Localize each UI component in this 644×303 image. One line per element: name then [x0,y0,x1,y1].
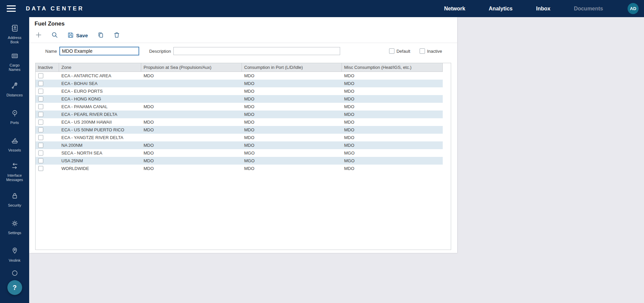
sidebar-item-label: Settings [4,231,25,235]
nav-item-network[interactable]: Network [432,6,477,12]
column-header-zone[interactable]: Zone [59,63,141,72]
column-header-consumption-in-port[interactable]: Consumption in Port (L/D/Idle) [242,63,342,72]
sidebar-item-ports[interactable]: Ports [0,103,29,131]
row-inactive-checkbox[interactable] [38,112,43,117]
table-row[interactable]: ECA - YANGTZE RIVER DELTA MDO MDO [36,134,443,141]
sidebar-item-partial[interactable] [0,268,29,280]
misc-fuel-cell[interactable]: MDO [342,95,443,103]
port-fuel-cell[interactable]: MGO [242,149,342,157]
sea-fuel-cell[interactable]: MDO [141,149,242,157]
nav-item-inbox[interactable]: Inbox [524,6,562,12]
save-button[interactable]: Save [67,32,88,39]
row-inactive-checkbox[interactable] [38,158,43,163]
user-avatar[interactable]: AD [628,3,639,14]
row-inactive-checkbox[interactable] [38,96,43,101]
sea-fuel-cell[interactable]: MDO [141,103,242,111]
delete-button[interactable] [113,32,120,39]
table-row[interactable]: ECA - US 200NM HAWAII MDO MDO MDO [36,118,443,126]
table-row[interactable]: SECA - NORTH SEA MDO MGO MGO [36,149,443,157]
inactive-checkbox[interactable] [420,48,425,54]
port-fuel-cell[interactable]: MDO [242,72,342,80]
save-icon [67,32,74,39]
sea-fuel-cell[interactable]: MDO [141,157,242,165]
misc-fuel-cell[interactable]: MDO [342,118,443,126]
table-row[interactable]: ECA - US 50NM PUERTO RICO MDO MDO MDO [36,126,443,134]
misc-fuel-cell[interactable]: MDO [342,111,443,118]
row-inactive-checkbox[interactable] [38,89,43,94]
copy-button[interactable] [97,32,104,39]
row-inactive-checkbox[interactable] [38,135,43,140]
misc-fuel-cell[interactable]: MDO [342,126,443,134]
misc-fuel-cell[interactable]: MDO [342,103,443,111]
port-fuel-cell[interactable]: MDO [242,134,342,141]
sidebar-item-address-book[interactable]: Address Book [0,20,29,48]
table-row[interactable]: ECA - ANTARCTIC AREA MDO MDO MDO [36,72,443,80]
description-input[interactable] [173,47,340,55]
help-button[interactable]: ? [7,280,22,295]
sidebar-item-veslink[interactable]: Veslink [0,241,29,268]
row-inactive-checkbox[interactable] [38,104,43,109]
search-button[interactable] [51,32,58,39]
sidebar-item-cargo-names[interactable]: Cargo Names [0,48,29,76]
menu-icon[interactable] [7,5,16,12]
sidebar-item-security[interactable]: Security [0,186,29,213]
table-row[interactable]: NA 200NM MDO MDO MDO [36,141,443,149]
port-fuel-cell[interactable]: MDO [242,103,342,111]
sidebar-item-distances[interactable]: Distances [0,76,29,103]
misc-fuel-cell[interactable]: MGO [342,157,443,165]
misc-fuel-cell[interactable]: MDO [342,165,443,172]
misc-fuel-cell[interactable]: MDO [342,72,443,80]
port-fuel-cell[interactable]: MDO [242,165,342,172]
row-inactive-checkbox[interactable] [38,73,43,78]
misc-fuel-cell[interactable]: MGO [342,149,443,157]
sea-fuel-cell[interactable] [141,95,242,103]
port-fuel-cell[interactable]: MDO [242,80,342,87]
port-fuel-cell[interactable]: MDO [242,141,342,149]
sea-fuel-cell[interactable]: MDO [141,126,242,134]
row-inactive-checkbox[interactable] [38,166,43,171]
column-header-propulsion-at-sea[interactable]: Propulsion at Sea (Propulsion/Aux) [141,63,242,72]
sea-fuel-cell[interactable]: MDO [141,165,242,172]
sea-fuel-cell[interactable] [141,87,242,95]
sea-fuel-cell[interactable] [141,111,242,118]
port-fuel-cell[interactable]: MDO [242,118,342,126]
misc-fuel-cell[interactable]: MDO [342,87,443,95]
port-fuel-cell[interactable]: MDO [242,126,342,134]
table-row[interactable]: ECA - HONG KONG MDO MDO [36,95,443,103]
row-inactive-checkbox[interactable] [38,143,43,148]
row-inactive-checkbox[interactable] [38,127,43,132]
sea-fuel-cell[interactable]: MDO [141,72,242,80]
port-fuel-cell[interactable]: MDO [242,95,342,103]
default-checkbox[interactable] [389,48,394,54]
misc-fuel-cell[interactable]: MDO [342,80,443,87]
row-inactive-checkbox[interactable] [38,150,43,156]
table-row[interactable]: ECA - PANAMA CANAL MDO MDO MDO [36,103,443,111]
nav-item-analytics[interactable]: Analytics [477,6,524,12]
table-row[interactable]: ECA - PEARL RIVER DELTA MDO MDO [36,111,443,118]
port-fuel-cell[interactable]: MDO [242,111,342,118]
misc-fuel-cell[interactable]: MDO [342,141,443,149]
row-inactive-checkbox[interactable] [38,81,43,86]
add-button[interactable] [35,32,42,39]
zone-cell: ECA - PANAMA CANAL [59,103,141,111]
nav-item-documents[interactable]: Documents [562,6,615,12]
misc-fuel-cell[interactable]: MDO [342,134,443,141]
sidebar-item-settings[interactable]: Settings [0,213,29,241]
port-fuel-cell[interactable]: MDO [242,87,342,95]
table-row[interactable]: ECA - EURO PORTS MDO MDO [36,87,443,95]
sea-fuel-cell[interactable]: MDO [141,118,242,126]
name-input[interactable] [59,47,139,55]
sidebar-item-vessels[interactable]: Vessels [0,131,29,158]
column-header-misc-consumption[interactable]: Misc Consumption (Heat/IGS, etc.) [342,63,443,72]
sidebar-item-interface-messages[interactable]: Interface Messages [0,158,29,186]
sea-fuel-cell[interactable]: MDO [141,141,242,149]
table-row[interactable]: WORLDWIDE MDO MDO MDO [36,165,443,172]
column-header-inactive[interactable]: Inactive [36,63,59,72]
table-row[interactable]: USA 25NM MDO MGO MGO [36,157,443,165]
sea-fuel-cell[interactable] [141,80,242,87]
inactive-cell [36,111,59,118]
port-fuel-cell[interactable]: MGO [242,157,342,165]
row-inactive-checkbox[interactable] [38,120,43,125]
sea-fuel-cell[interactable] [141,134,242,141]
table-row[interactable]: ECA - BOHAI SEA MDO MDO [36,80,443,87]
